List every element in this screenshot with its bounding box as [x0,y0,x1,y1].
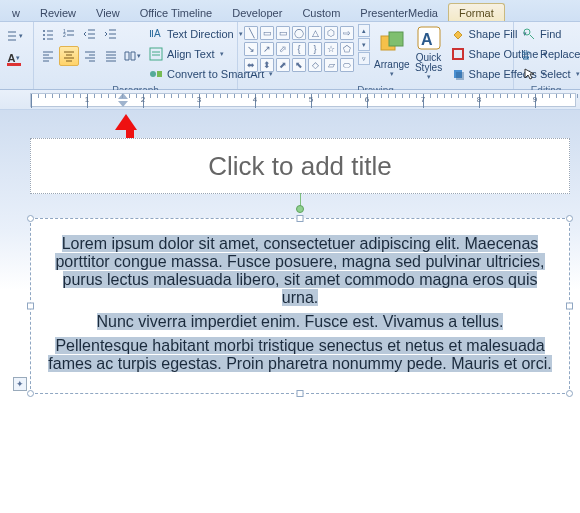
svg-point-7 [150,71,156,77]
find-icon [522,27,536,41]
tab-custom[interactable]: Custom [292,4,350,21]
svg-point-16 [524,29,530,35]
content-placeholder[interactable]: Lorem ipsum dolor sit amet, consectetuer… [30,218,570,394]
find-button[interactable]: Find [518,24,580,44]
body-paragraph[interactable]: Nunc viverra imperdiet enim. Fusce est. … [47,313,553,331]
smartart-icon [149,67,163,81]
shape-fill-icon [451,27,465,41]
svg-text:2: 2 [63,32,66,38]
first-line-indent-marker[interactable] [118,93,128,99]
selection-handle[interactable] [297,390,304,397]
selection-handle[interactable] [566,390,573,397]
align-right-button[interactable] [80,46,100,66]
svg-text:ⅡA: ⅡA [149,28,161,39]
tab-view[interactable]: View [86,4,130,21]
align-left-button[interactable] [38,46,58,66]
horizontal-ruler[interactable]: 123456789 [0,90,580,110]
shapes-scroll[interactable]: ▴▾▿ [358,24,370,74]
svg-rect-15 [456,72,464,80]
text-direction-icon: ⅡA [149,27,163,41]
tab-office-timeline[interactable]: Office Timeline [130,4,223,21]
svg-rect-13 [453,49,463,59]
svg-text:ab: ab [522,49,530,56]
selection-handle[interactable] [27,303,34,310]
numbering-button[interactable]: 12 [59,24,79,44]
increase-indent-button[interactable] [101,24,121,44]
justify-button[interactable] [101,46,121,66]
replace-button[interactable]: ab Replace▾ [518,44,580,64]
tab-truncated[interactable]: w [2,4,30,21]
ribbon-tabs: w Review View Office Timeline Developer … [0,0,580,22]
svg-rect-10 [389,32,403,46]
align-text-icon [149,47,163,61]
rotate-handle[interactable] [296,205,304,213]
arrange-icon [378,29,406,57]
tab-presentermedia[interactable]: PresenterMedia [350,4,448,21]
ribbon: ▾ A ▾ 12 [0,22,580,90]
tab-format[interactable]: Format [448,3,505,21]
title-placeholder-text: Click to add title [208,151,392,182]
shapes-gallery[interactable]: ╲▭▭◯△⬡⇨ ↘↗⬀{}☆⬠ ⬌⬍⬈⬉◇▱⬭ [242,24,356,74]
select-icon [522,67,536,81]
tab-review[interactable]: Review [30,4,86,21]
align-center-button[interactable] [59,46,79,66]
tab-developer[interactable]: Developer [222,4,292,21]
svg-rect-8 [157,71,162,77]
selection-handle[interactable] [566,303,573,310]
autofit-options-button[interactable]: ✦ [13,377,27,391]
quick-styles-button[interactable]: A Quick Styles▾ [414,24,444,82]
select-button[interactable]: Select▾ [518,64,580,84]
bullets-button[interactable] [38,24,58,44]
svg-text:A: A [421,31,433,48]
svg-point-1 [43,34,45,36]
quick-styles-icon: A [415,25,443,51]
svg-point-2 [43,38,45,40]
columns-button[interactable]: ▾ [122,46,142,66]
hanging-indent-marker[interactable] [118,101,128,107]
decrease-indent-button[interactable] [80,24,100,44]
arrange-button[interactable]: Arrange▾ [373,24,411,82]
selection-handle[interactable] [297,215,304,222]
line-spacing-button[interactable]: ▾ [4,26,24,46]
body-paragraph[interactable]: Lorem ipsum dolor sit amet, consectetuer… [47,235,553,307]
replace-icon: ab [522,47,536,61]
slide-editor: Click to add title Lorem ipsum dolor sit… [0,110,580,513]
font-color-button[interactable]: A ▾ [4,48,24,68]
body-paragraph[interactable]: Pellentesque habitant morbi tristique se… [47,337,553,373]
title-placeholder[interactable]: Click to add title [30,138,570,194]
shape-effects-icon [451,67,465,81]
selection-handle[interactable] [566,215,573,222]
selection-handle[interactable] [27,215,34,222]
svg-rect-6 [150,48,162,60]
shape-outline-icon [451,47,465,61]
selection-handle[interactable] [27,390,34,397]
svg-point-0 [43,30,45,32]
